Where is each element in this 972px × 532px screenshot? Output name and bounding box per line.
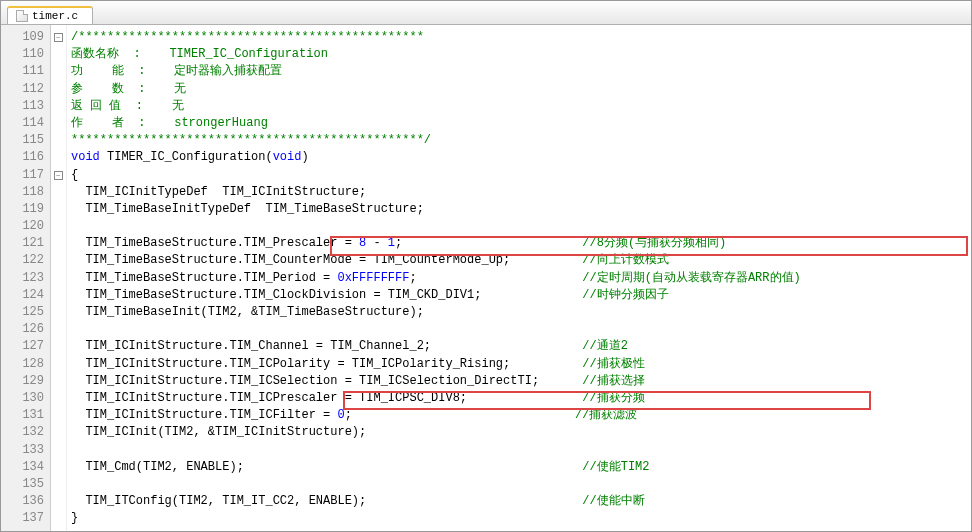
line-number: 123: [1, 270, 44, 287]
line-number: 130: [1, 390, 44, 407]
code-line[interactable]: TIM_TimeBaseStructure.TIM_Period = 0xFFF…: [71, 270, 971, 287]
tab-bar: timer.c: [1, 1, 971, 25]
line-number: 118: [1, 184, 44, 201]
line-number: 119: [1, 201, 44, 218]
code-line[interactable]: TIM_ICInitStructure.TIM_ICFilter = 0; //…: [71, 407, 971, 424]
line-number: 109: [1, 29, 44, 46]
line-number: 116: [1, 149, 44, 166]
code-line[interactable]: TIM_TimeBaseStructure.TIM_Prescaler = 8 …: [71, 235, 971, 252]
code-line[interactable]: 作 者 : strongerHuang: [71, 115, 971, 132]
line-number: 126: [1, 321, 44, 338]
code-line[interactable]: {: [71, 167, 971, 184]
code-editor[interactable]: 1091101111121131141151161171181191201211…: [1, 25, 971, 531]
line-number: 131: [1, 407, 44, 424]
code-line[interactable]: 函数名称 : TIMER_IC_Configuration: [71, 46, 971, 63]
line-number: 110: [1, 46, 44, 63]
code-line[interactable]: 功 能 : 定时器输入捕获配置: [71, 63, 971, 80]
line-number: 121: [1, 235, 44, 252]
line-number: 112: [1, 81, 44, 98]
code-line[interactable]: [71, 476, 971, 493]
code-line[interactable]: ****************************************…: [71, 132, 971, 149]
line-number: 135: [1, 476, 44, 493]
fold-toggle[interactable]: −: [54, 33, 63, 42]
line-number: 122: [1, 252, 44, 269]
line-number: 114: [1, 115, 44, 132]
line-number: 125: [1, 304, 44, 321]
code-line[interactable]: TIM_TimeBaseInit(TIM2, &TIM_TimeBaseStru…: [71, 304, 971, 321]
fold-toggle[interactable]: −: [54, 171, 63, 180]
code-area[interactable]: /***************************************…: [67, 25, 971, 531]
code-line[interactable]: 参 数 : 无: [71, 81, 971, 98]
line-number: 127: [1, 338, 44, 355]
code-line[interactable]: TIM_Cmd(TIM2, ENABLE); //使能TIM2: [71, 459, 971, 476]
line-number: 113: [1, 98, 44, 115]
line-number: 132: [1, 424, 44, 441]
line-number: 124: [1, 287, 44, 304]
code-line[interactable]: TIM_ICInitStructure.TIM_ICPolarity = TIM…: [71, 356, 971, 373]
code-line[interactable]: }: [71, 510, 971, 527]
code-line[interactable]: TIM_ICInitTypeDef TIM_ICInitStructure;: [71, 184, 971, 201]
code-line[interactable]: TIM_TimeBaseInitTypeDef TIM_TimeBaseStru…: [71, 201, 971, 218]
code-line[interactable]: [71, 442, 971, 459]
line-number: 120: [1, 218, 44, 235]
code-line[interactable]: TIM_ICInit(TIM2, &TIM_ICInitStructure);: [71, 424, 971, 441]
code-line[interactable]: TIM_ICInitStructure.TIM_ICSelection = TI…: [71, 373, 971, 390]
line-number-gutter: 1091101111121131141151161171181191201211…: [1, 25, 51, 531]
code-line[interactable]: TIM_ITConfig(TIM2, TIM_IT_CC2, ENABLE); …: [71, 493, 971, 510]
line-number: 129: [1, 373, 44, 390]
code-line[interactable]: [71, 321, 971, 338]
code-line[interactable]: TIM_ICInitStructure.TIM_ICPrescaler = TI…: [71, 390, 971, 407]
code-line[interactable]: /***************************************…: [71, 29, 971, 46]
fold-column: −−: [51, 25, 67, 531]
code-line[interactable]: [71, 218, 971, 235]
line-number: 134: [1, 459, 44, 476]
line-number: 133: [1, 442, 44, 459]
code-line[interactable]: void TIMER_IC_Configuration(void): [71, 149, 971, 166]
file-icon: [16, 10, 28, 22]
code-line[interactable]: TIM_TimeBaseStructure.TIM_ClockDivision …: [71, 287, 971, 304]
code-line[interactable]: 返 回 值 : 无: [71, 98, 971, 115]
line-number: 115: [1, 132, 44, 149]
tab-label: timer.c: [32, 10, 78, 22]
tab-timer-c[interactable]: timer.c: [7, 6, 93, 24]
line-number: 137: [1, 510, 44, 527]
line-number: 128: [1, 356, 44, 373]
line-number: 136: [1, 493, 44, 510]
line-number: 111: [1, 63, 44, 80]
line-number: 117: [1, 167, 44, 184]
code-line[interactable]: TIM_TimeBaseStructure.TIM_CounterMode = …: [71, 252, 971, 269]
code-line[interactable]: TIM_ICInitStructure.TIM_Channel = TIM_Ch…: [71, 338, 971, 355]
